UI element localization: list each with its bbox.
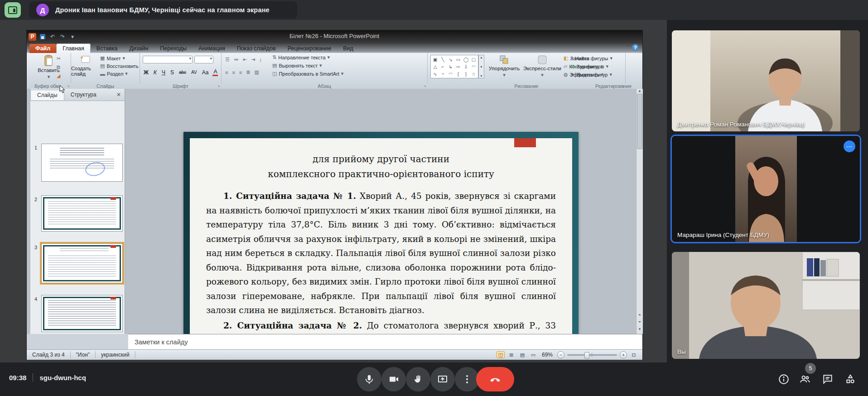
redo-icon[interactable]: ↷ [59,33,66,40]
increase-indent-icon[interactable]: ⇥ [251,57,255,63]
scroll-up-icon[interactable]: ▲ [638,89,641,93]
language-indicator[interactable]: украинский [96,351,135,358]
fit-to-window-icon[interactable]: ⊡ [630,351,638,358]
arrange-button[interactable]: Упорядочить ▾ [486,53,523,78]
slide-thumbnail-3-selected[interactable]: 3 [41,243,123,283]
more-options-button[interactable] [455,367,479,391]
participants-button[interactable] [798,372,812,386]
panel-tab-outline[interactable]: Структура [64,90,103,100]
zoom-out-icon[interactable]: − [557,351,564,358]
present-screen-button[interactable] [430,367,455,391]
layout-button[interactable]: ▦Макет▾ [100,55,139,61]
format-painter-icon[interactable]: ◢ [57,73,61,79]
paste-button[interactable]: Вставить ▾ [27,53,71,80]
char-spacing-button[interactable]: AV [190,70,198,75]
group-slides: ✦ Создать слайд ▦Макет▾ ▤Восстановить ▬Р… [71,53,140,83]
cut-icon[interactable]: ✂ [57,56,61,62]
paste-dropdown-icon[interactable]: ▾ [48,74,50,80]
raise-hand-button[interactable] [406,367,430,391]
align-text-button[interactable]: ▤Выровнять текст▾ [272,63,343,68]
tab-insert[interactable]: Вставка [91,44,123,53]
tab-transitions[interactable]: Переходы [154,44,193,53]
shapes-gallery[interactable]: ▣╲↘▭◯▢ △⌐↳⇨⇩◠ ∿~◠{}☆ [430,55,478,78]
copy-icon[interactable]: ⧉ [57,64,61,70]
save-icon[interactable] [39,33,46,40]
underline-button[interactable]: Ч [161,69,166,76]
slide-sorter-icon[interactable]: ⊞ [507,351,516,358]
line-spacing-icon[interactable]: ↕ [259,57,262,63]
quick-styles-button[interactable]: Экспресс-стили ▾ [523,53,562,78]
text-direction-button[interactable]: ⇅Направление текста▾ [272,54,343,60]
qat-dropdown-icon[interactable]: ▾ [69,33,76,40]
tab-home[interactable]: Главная [56,43,91,53]
columns-icon[interactable]: ▥ [254,69,259,75]
paragraph-dialog-launcher-icon[interactable]: ↘ [423,84,426,88]
notes-pane[interactable]: Заметки к слайду [128,334,642,349]
zoom-in-icon[interactable]: + [620,351,627,358]
slide-scrollbar[interactable]: ▲ ⏶ ⏷ ▼ [636,89,643,334]
shapes-gallery-scrollbar[interactable]: ▲▼▼ [478,55,484,78]
microphone-icon [364,374,375,385]
slide-canvas[interactable]: для прийому другої частини комплексного … [183,132,579,353]
justify-icon[interactable]: ≣ [246,69,250,75]
undo-icon[interactable]: ↶ [49,33,56,40]
tab-view[interactable]: Вид [337,44,359,53]
participant-tile-2[interactable]: ⋯ Марараш Ірина (Студент БДМУ) [672,136,860,242]
collapse-ribbon-icon[interactable]: ⌃ [626,44,630,50]
end-call-button[interactable] [476,367,514,391]
tile-more-options-icon[interactable]: ⋯ [844,140,855,152]
convert-smartart-button[interactable]: ◫Преобразовать в SmartArt▾ [272,71,343,77]
chat-button[interactable] [820,372,835,386]
activities-button[interactable] [843,372,858,386]
tab-review[interactable]: Рецензирование [282,44,338,53]
italic-button[interactable]: К [153,69,158,76]
reset-button[interactable]: ▤Восстановить [100,63,139,69]
quick-styles-icon [537,55,548,65]
microphone-button[interactable] [357,367,381,391]
tab-slideshow[interactable]: Показ слайдов [231,44,282,53]
font-name-combo[interactable] [143,56,193,63]
tab-animations[interactable]: Анимация [193,44,231,53]
slide-thumbnail-4[interactable]: 4 [41,295,123,332]
font-dialog-launcher-icon[interactable]: ↘ [217,84,220,88]
panel-close-icon[interactable]: ✕ [116,92,121,98]
bullets-icon[interactable]: ☰ [225,57,230,63]
font-color-button[interactable]: A [212,68,218,76]
normal-view-icon[interactable]: ◫ [497,351,505,358]
slide-thumbnail-2[interactable]: 2 [41,195,123,232]
numbering-icon[interactable]: ≔ [234,57,239,63]
change-case-button[interactable]: Aa [201,69,210,76]
powerpoint-logo-icon[interactable]: P [29,33,36,41]
scrollbar-thumb[interactable] [637,94,642,149]
section-button[interactable]: ▬Раздел▾ [100,71,139,77]
slide-thumbnail-1[interactable]: 1 [41,144,123,182]
tab-file[interactable]: Файл [29,44,56,53]
find-button[interactable]: ⌕Найти [570,55,641,61]
new-slide-button[interactable]: ✦ Создать слайд [71,53,99,77]
meeting-info-button[interactable] [776,372,791,386]
camera-button[interactable] [381,367,406,391]
align-left-icon[interactable]: ≡ [225,70,228,75]
zoom-slider-thumb[interactable] [584,352,589,359]
strikethrough-button[interactable]: abc [178,70,187,75]
reading-view-icon[interactable]: ▤ [518,351,526,358]
participant-tile-3[interactable]: Вы [672,252,860,359]
bold-button[interactable]: Ж [143,69,149,76]
previous-slide-icon[interactable]: ⏶ [638,313,641,317]
align-center-icon[interactable]: ≡ [232,70,235,75]
shadow-button[interactable]: S [169,69,175,76]
participant-tile-1[interactable]: Дмитренко Роман Романович БДМУ,Чернівці [672,30,860,131]
slideshow-icon[interactable]: ▭ [529,351,537,358]
decrease-indent-icon[interactable]: ⇤ [243,57,247,63]
tab-design[interactable]: Дизайн [123,44,154,53]
select-button[interactable]: ➤Выделить▾ [570,72,641,77]
font-size-combo[interactable] [194,56,213,63]
zoom-slider[interactable] [567,354,617,356]
replace-button[interactable]: ⇄Заменить▾ [570,63,641,69]
participant-name: Вы [677,348,686,355]
align-right-icon[interactable]: ≡ [239,70,242,75]
help-icon[interactable]: ? [632,44,639,51]
clipboard-dialog-launcher-icon[interactable]: ↘ [67,84,70,88]
scroll-down-icon[interactable]: ▼ [638,327,641,331]
next-slide-icon[interactable]: ⏷ [638,320,641,324]
